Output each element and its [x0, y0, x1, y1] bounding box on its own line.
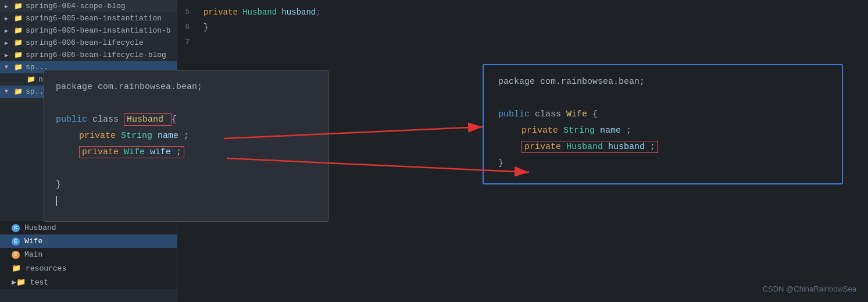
watermark-text: CSDN @ChinaRainbowSea [763, 285, 856, 293]
husband-classname-box: Husband [124, 113, 172, 126]
file-item-test[interactable]: ▶ 📁 test [0, 275, 177, 289]
husband-code-popup: package com.rainbowsea.bean; public clas… [44, 70, 328, 222]
left-close-brace: } [56, 177, 316, 193]
folder-icon-test: 📁 [16, 278, 26, 287]
line-number-7: 7 [177, 35, 198, 50]
sidebar-item-4[interactable]: ▶ 📁 spring6-006-bean-lifecycle-blog [0, 49, 177, 61]
sidebar-item-1[interactable]: ▶ 📁 spring6-005-bean-instantiation [0, 12, 177, 24]
file-list: C Husband C Wife C Main 📁 resources ▶ 📁 … [0, 221, 177, 289]
husband-field-box: private Husband husband ; [521, 141, 658, 153]
husband-classname: Husband [127, 115, 163, 125]
wife-classname: Wife [566, 109, 587, 119]
folder-icon-2: 📁 [14, 26, 23, 35]
arrow-icon-7: ▼ [5, 88, 12, 95]
sidebar-label-2: spring6-005-bean-instantiation-b [26, 26, 171, 35]
left-field1-line: private String name ; [56, 128, 316, 144]
line-number-5: 5 [177, 5, 198, 20]
arrow-icon-test: ▶ [12, 278, 16, 287]
right-field1-line: private String name ; [498, 123, 827, 139]
folder-icon-resources: 📁 [12, 264, 21, 273]
right-package-line: package com.rainbowsea.bean; [498, 74, 827, 90]
watermark: CSDN @ChinaRainbowSea [763, 285, 856, 293]
sidebar-item-2[interactable]: ▶ 📁 spring6-005-bean-instantiation-b [0, 24, 177, 37]
file-item-main[interactable]: C Main [0, 248, 177, 261]
arrow-icon-0: ▶ [5, 3, 12, 10]
sidebar-item-0[interactable]: ▶ 📁 spring6-004-scope-blog [0, 0, 177, 12]
wife-field-box: private Wife wife ; [79, 146, 184, 158]
right-class-line: public class Wife { [498, 106, 827, 123]
sidebar-label-4: spring6-006-bean-lifecycle-blog [26, 51, 166, 59]
folder-icon-5: 📁 [14, 63, 23, 72]
file-label-husband: Husband [24, 223, 56, 232]
class-icon-husband: C [12, 224, 20, 232]
arrow-icon-1: ▶ [5, 15, 12, 22]
file-label-test: test [30, 278, 48, 287]
file-label-main: Main [24, 250, 42, 259]
folder-icon-1: 📁 [14, 14, 23, 23]
file-item-wife[interactable]: C Wife [0, 235, 177, 248]
arrow-icon-4: ▶ [5, 52, 12, 59]
file-label-resources: resources [26, 264, 66, 273]
folder-icon-4: 📁 [14, 51, 23, 59]
left-class-line: public class Husband { [56, 112, 316, 128]
wife-code-popup: package com.rainbowsea.bean; public clas… [483, 64, 843, 184]
background-code: private Husband husband; } [203, 5, 321, 35]
file-item-husband[interactable]: C Husband [0, 221, 177, 235]
arrow-icon-2: ▶ [5, 27, 12, 34]
folder-icon-0: 📁 [14, 2, 23, 10]
sidebar-label-0: spring6-004-scope-blog [26, 2, 126, 10]
class-icon-main: C [12, 251, 20, 259]
arrow-icon-5: ▼ [5, 64, 12, 70]
sidebar-label-1: spring6-005-bean-instantiation [26, 14, 162, 23]
file-item-resources[interactable]: 📁 resources [0, 261, 177, 275]
class-icon-wife: C [12, 237, 20, 246]
arrow-icon-3: ▶ [5, 40, 12, 47]
sidebar-label-3: spring6-006-bean-lifecycle [26, 38, 144, 47]
right-field2-line: private Husband husband ; [498, 139, 827, 155]
public-kw-left: public [56, 115, 87, 125]
left-package-line: package com.rainbowsea.bean; [56, 79, 316, 95]
folder-icon-6: 📁 [27, 75, 35, 84]
left-field2-line: private Wife wife ; [56, 144, 316, 161]
right-close-brace: } [498, 155, 827, 172]
sidebar-item-3[interactable]: ▶ 📁 spring6-006-bean-lifecycle [0, 37, 177, 49]
folder-icon-7: 📁 [14, 87, 23, 96]
line-number-6: 6 [177, 20, 198, 35]
file-label-wife: Wife [24, 237, 42, 246]
folder-icon-3: 📁 [14, 38, 23, 47]
left-cursor-line [56, 193, 316, 209]
